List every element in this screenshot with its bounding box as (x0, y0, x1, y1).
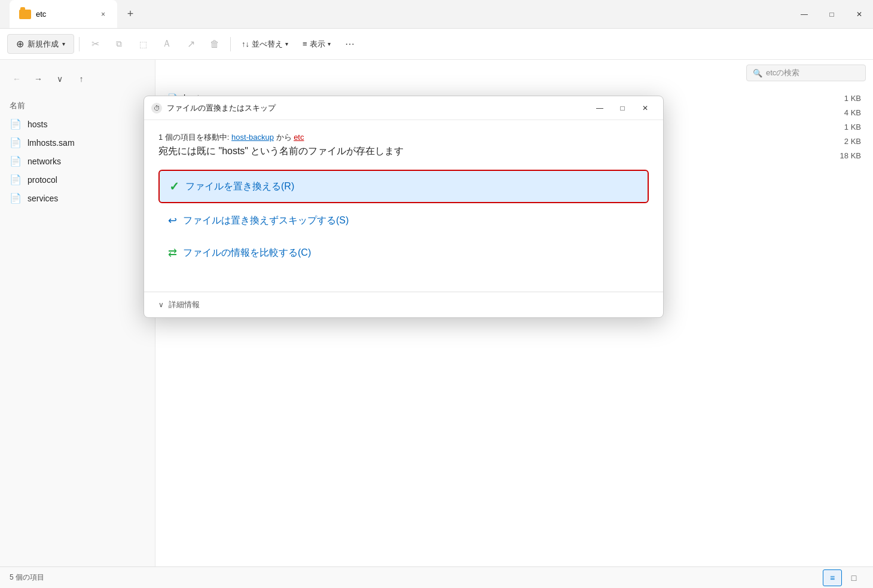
skip-icon: ↩ (168, 214, 177, 227)
list-item[interactable]: 📄 lmhosts.sam (0, 133, 155, 152)
dialog-controls: — □ ✕ (589, 100, 656, 117)
file-icon: 📄 (10, 155, 22, 167)
title-bar: etc × + — □ ✕ (0, 0, 873, 29)
grid-view-button[interactable]: □ (844, 569, 863, 586)
folder-tab-icon (19, 10, 31, 19)
forward-button[interactable]: → (29, 69, 48, 88)
view-icon: ≡ (303, 39, 307, 48)
sort-button[interactable]: ↑↓ 並べ替え ▾ (236, 35, 294, 53)
tab-area: etc × + (10, 0, 141, 28)
tab-title: etc (36, 10, 46, 19)
copy-button[interactable]: ⧉ (108, 33, 130, 55)
view-button[interactable]: ≡ 表示 ▾ (297, 35, 337, 53)
window-controls: — □ ✕ (790, 0, 873, 28)
dropdown-button[interactable]: ∨ (50, 69, 69, 88)
close-button[interactable]: ✕ (845, 0, 873, 28)
sort-label: 並べ替え (252, 39, 283, 50)
sort-icon: ↑↓ (242, 39, 249, 48)
dialog-body: 1 個の項目を移動中: host-backup から etc 宛先には既に "h… (144, 120, 663, 282)
compare-icon: ⇄ (168, 246, 177, 259)
separator-text: から (274, 133, 294, 142)
tab-close-button[interactable]: × (99, 9, 108, 20)
status-bar: 5 個の項目 ≡ □ (0, 566, 873, 588)
view-label: 表示 (310, 39, 325, 50)
more-icon: ⋯ (345, 38, 355, 50)
file-name: lmhosts.sam (28, 138, 75, 148)
dialog-message: 宛先には既に "hosts" という名前のファイルが存在します (158, 145, 649, 158)
list-item[interactable]: 📄 hosts (0, 115, 155, 133)
toolbar-separator-1 (79, 37, 80, 51)
new-tab-button[interactable]: + (120, 4, 141, 25)
skip-option-label: ファイルは置き換えずスキップする(S) (183, 215, 349, 227)
up-button[interactable]: ↑ (72, 69, 91, 88)
up-icon: ↑ (80, 74, 84, 84)
search-box[interactable]: 🔍 etcの検索 (746, 65, 866, 81)
paste-icon: ⬚ (139, 39, 147, 49)
share-icon: ↗ (187, 38, 195, 50)
new-create-icon: ⊕ (16, 38, 24, 50)
sidebar: ← → ∨ ↑ 名前 📄 hosts 📄 (0, 60, 155, 566)
rename-icon: Ａ (162, 38, 172, 50)
replace-option-label: ファイルを置き換える(R) (185, 180, 294, 193)
dialog-title-icon: ⏱ (151, 103, 162, 114)
dialog-title: ファイルの置換またはスキップ (167, 103, 276, 114)
file-size: 18 KB (813, 151, 861, 160)
more-options-button[interactable]: ⋯ (339, 33, 361, 55)
address-bar: 🔍 etcの検索 (155, 60, 873, 86)
dialog-close-button[interactable]: ✕ (634, 100, 656, 117)
sort-chevron: ▾ (285, 41, 288, 47)
minimize-button[interactable]: — (790, 0, 818, 28)
search-icon: 🔍 (753, 69, 762, 78)
new-create-chevron: ▾ (62, 41, 65, 47)
dialog-maximize-button[interactable]: □ (612, 100, 633, 117)
file-name: hosts (28, 120, 47, 129)
file-icon: 📄 (10, 192, 22, 204)
paste-button[interactable]: ⬚ (132, 33, 154, 55)
compare-option[interactable]: ⇄ ファイルの情報を比較する(C) (158, 238, 649, 268)
list-item[interactable]: 📄 networks (0, 152, 155, 170)
cut-icon: ✂ (91, 38, 99, 50)
dialog-minimize-button[interactable]: — (589, 100, 611, 117)
dropdown-icon: ∨ (57, 74, 63, 84)
view-chevron: ▾ (328, 41, 331, 47)
toolbar: ⊕ 新規作成 ▾ ✂ ⧉ ⬚ Ａ ↗ 🗑 ↑↓ 並べ替え ▾ ≡ (0, 29, 873, 60)
file-name: networks (28, 157, 61, 166)
compare-option-label: ファイルの情報を比較する(C) (183, 247, 311, 259)
file-size: 2 KB (813, 137, 861, 146)
grid-view-icon: □ (851, 573, 856, 583)
active-tab[interactable]: etc × (10, 0, 117, 28)
delete-icon: 🗑 (210, 39, 219, 50)
list-view-icon: ≡ (830, 573, 835, 583)
dialog-title-bar: ⏱ ファイルの置換またはスキップ — □ ✕ (144, 96, 663, 120)
view-toggle-group: ≡ □ (823, 569, 863, 586)
cut-button[interactable]: ✂ (84, 33, 106, 55)
list-item[interactable]: 📄 protocol (0, 170, 155, 189)
share-button[interactable]: ↗ (180, 33, 202, 55)
file-list: 📄 hosts 📄 lmhosts.sam 📄 networks 📄 proto… (0, 115, 155, 562)
name-column-label: 名前 (0, 93, 155, 115)
rename-button[interactable]: Ａ (156, 33, 178, 55)
list-view-button[interactable]: ≡ (823, 569, 842, 586)
file-icon: 📄 (10, 137, 22, 148)
source-link[interactable]: host-backup (231, 133, 274, 142)
maximize-button[interactable]: □ (818, 0, 845, 28)
search-placeholder: etcの検索 (766, 68, 799, 78)
list-item[interactable]: 📄 services (0, 189, 155, 207)
replace-option[interactable]: ✓ ファイルを置き換える(R) (158, 170, 649, 203)
file-size: 1 KB (813, 122, 861, 131)
back-icon: ← (13, 74, 21, 84)
skip-option[interactable]: ↩ ファイルは置き換えずスキップする(S) (158, 206, 649, 235)
dest-link[interactable]: etc (294, 133, 304, 142)
file-size: 1 KB (813, 94, 861, 103)
forward-icon: → (34, 74, 42, 84)
delete-button[interactable]: 🗑 (204, 33, 225, 55)
footer-chevron: ∨ (158, 301, 164, 309)
back-button[interactable]: ← (7, 69, 26, 88)
item-count: 5 個の項目 (10, 572, 44, 583)
subtitle-prefix: 1 個の項目を移動中: (158, 133, 231, 142)
toolbar-separator-2 (230, 37, 231, 51)
clock-icon: ⏱ (154, 105, 160, 112)
new-create-button[interactable]: ⊕ 新規作成 ▾ (7, 34, 74, 54)
dialog-footer[interactable]: ∨ 詳細情報 (144, 292, 663, 317)
new-create-label: 新規作成 (28, 39, 59, 50)
